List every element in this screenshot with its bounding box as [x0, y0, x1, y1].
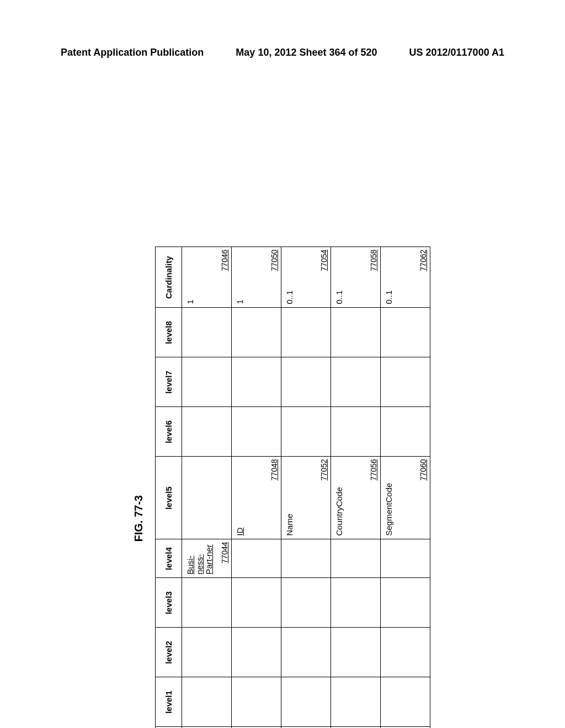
cell-level3 — [331, 578, 381, 628]
cell-level5 — [182, 457, 232, 539]
cell-level5: Name 77052 — [281, 457, 331, 539]
cell-text: 0..1 — [384, 290, 393, 304]
table-row: Name 77052 0..1 77054 — [281, 247, 331, 728]
page-header: Patent Application Publication May 10, 2… — [0, 47, 565, 58]
cell-cardinality: 0..1 77058 — [331, 247, 381, 308]
cell-level2 — [182, 628, 232, 677]
col-level8: level8 — [156, 308, 182, 357]
cell-level4 — [281, 539, 331, 578]
cell-level8 — [331, 308, 381, 357]
cell-level1 — [381, 677, 430, 727]
cell-level2 — [232, 628, 281, 677]
cell-level2 — [331, 628, 381, 677]
cell-text: Name — [285, 513, 294, 536]
cell-level7 — [232, 357, 281, 407]
cell-ref: 77062 — [419, 250, 428, 271]
cell-cardinality: 1 77046 — [182, 247, 232, 308]
header-right: US 2012/0117000 A1 — [409, 47, 504, 58]
table-row: Business-Partner 77042 Busi-ness-Part-ne… — [182, 247, 232, 728]
table-header-row: Package level1 level2 level3 level4 leve… — [156, 247, 182, 728]
cell-level7 — [381, 357, 430, 407]
cell-ref: 77048 — [270, 459, 279, 481]
cell-level8 — [281, 308, 331, 357]
cell-level1 — [232, 677, 281, 727]
cell-level2 — [381, 628, 430, 677]
cell-level5: ID 77048 — [232, 457, 281, 539]
cell-level6 — [331, 407, 381, 457]
cell-level1 — [281, 677, 331, 727]
cell-cardinality: 1 77050 — [232, 247, 281, 308]
table-row: SegmentCode 77060 0..1 77062 — [381, 247, 430, 728]
cell-level3 — [381, 578, 430, 628]
data-table: Package level1 level2 level3 level4 leve… — [155, 247, 430, 729]
cell-level7 — [281, 357, 331, 407]
cell-level6 — [232, 407, 281, 457]
cell-cardinality: 0..1 77062 — [381, 247, 430, 308]
cell-level5: CountryCode 77056 — [331, 457, 381, 539]
cell-ref: 77052 — [319, 459, 328, 481]
cell-level7 — [331, 357, 381, 407]
cell-level4: Busi-ness-Part-ner 77044 — [182, 539, 232, 578]
cell-ref: 77060 — [419, 459, 428, 481]
cell-level6 — [182, 407, 232, 457]
cell-level6 — [381, 407, 430, 457]
col-cardinality: Cardinality — [156, 247, 182, 308]
cell-level3 — [281, 578, 331, 628]
cell-level5: SegmentCode 77060 — [381, 457, 430, 539]
header-left: Patent Application Publication — [61, 47, 204, 58]
cell-level8 — [182, 308, 232, 357]
cell-ref: 77050 — [270, 250, 279, 271]
cell-cardinality: 0..1 77054 — [281, 247, 331, 308]
cell-ref: 77044 — [220, 542, 229, 564]
cell-level2 — [281, 628, 331, 677]
cell-level4 — [331, 539, 381, 578]
cell-level4 — [381, 539, 430, 578]
figure-label: FIG. 77-3 — [132, 248, 145, 728]
col-level6: level6 — [156, 407, 182, 457]
header-middle: May 10, 2012 Sheet 364 of 520 — [236, 47, 377, 58]
cell-level7 — [182, 357, 232, 407]
cell-level1 — [182, 677, 232, 727]
col-level5: level5 — [156, 457, 182, 539]
figure-area: FIG. 77-3 Package level1 level2 level3 l… — [132, 248, 430, 728]
cell-level1 — [331, 677, 381, 727]
cell-text: 0..1 — [285, 290, 294, 304]
cell-text: ID — [235, 528, 244, 536]
cell-ref: 77058 — [369, 250, 378, 271]
cell-ref: 77046 — [220, 250, 229, 271]
cell-text: SegmentCode — [384, 483, 393, 536]
cell-level6 — [281, 407, 331, 457]
col-level4: level4 — [156, 539, 182, 578]
cell-level4 — [232, 539, 281, 578]
cell-ref: 77056 — [369, 459, 378, 481]
cell-ref: 77054 — [319, 250, 328, 271]
cell-text: 1 — [185, 299, 195, 304]
cell-level3 — [182, 578, 232, 628]
cell-text: 1 — [235, 299, 244, 304]
table-row: CountryCode 77056 0..1 77058 — [331, 247, 381, 728]
col-level7: level7 — [156, 357, 182, 407]
cell-text: 0..1 — [334, 290, 344, 304]
col-level1: level1 — [156, 677, 182, 727]
cell-text: CountryCode — [334, 487, 344, 536]
col-level2: level2 — [156, 628, 182, 677]
cell-level3 — [232, 578, 281, 628]
cell-level8 — [381, 308, 430, 357]
cell-level8 — [232, 308, 281, 357]
table-row: ID 77048 1 77050 — [232, 247, 281, 728]
cell-text: Busi-ness-Part-ner — [185, 544, 214, 574]
col-level3: level3 — [156, 578, 182, 628]
